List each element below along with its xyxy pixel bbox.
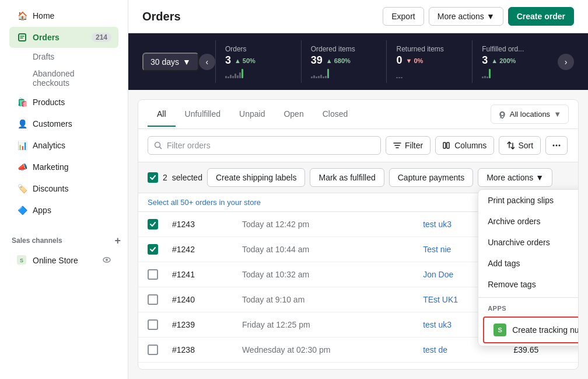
order-id[interactable]: #1237 — [163, 363, 233, 370]
svg-rect-0 — [19, 34, 26, 41]
order-date: Today at 9:10 am — [233, 287, 414, 312]
create-order-button[interactable]: Create order — [508, 7, 574, 26]
more-options-button[interactable] — [545, 136, 568, 155]
svg-point-12 — [559, 145, 561, 147]
orders-icon — [16, 32, 28, 43]
row-checkbox[interactable] — [148, 269, 158, 280]
sidebar-item-products[interactable]: 🛍️ Products — [9, 92, 118, 113]
stats-card-ordered-items: Ordered items 39 ▲ 680% — [301, 40, 387, 83]
sidebar-item-home[interactable]: 🏠 Home — [9, 5, 118, 26]
order-id[interactable]: #1238 — [163, 338, 233, 363]
dropdown-item-add-tags[interactable]: Add tags — [478, 253, 579, 274]
orders-badge: 214 — [92, 33, 111, 42]
tab-all[interactable]: All — [148, 102, 176, 127]
sidebar-item-abandoned[interactable]: Abandoned checkouts — [9, 65, 118, 91]
svg-rect-8 — [443, 142, 446, 148]
export-button[interactable]: Export — [383, 7, 424, 26]
add-sales-channel-button[interactable]: + — [114, 235, 121, 246]
app-icon: S — [494, 324, 506, 336]
svg-point-4 — [106, 259, 108, 261]
page-header: Orders Export More actions ▼ Create orde… — [128, 0, 588, 33]
ellipsis-icon — [552, 141, 561, 150]
stats-card-orders: Orders 3 ▲ 50% — [215, 40, 301, 83]
content-area: All Unfulfilled Unpaid Open Closed All l… — [128, 90, 588, 379]
svg-line-7 — [160, 147, 162, 149]
row-checkbox[interactable] — [148, 244, 158, 255]
search-input[interactable] — [167, 141, 374, 150]
stats-prev-button[interactable]: ‹ — [199, 54, 215, 70]
sidebar-item-orders[interactable]: Orders 214 — [9, 27, 118, 48]
order-date: Wednesday at 02:30 pm — [233, 338, 414, 363]
stats-next-button[interactable]: › — [558, 54, 574, 70]
mini-chart-returned — [396, 69, 463, 78]
location-icon — [498, 110, 506, 119]
location-filter-button[interactable]: All locations ▼ — [491, 105, 569, 124]
row-checkbox[interactable] — [148, 345, 158, 355]
sidebar-item-discounts[interactable]: 🏷️ Discounts — [9, 178, 118, 199]
header-actions: Export More actions ▼ Create order — [383, 7, 574, 26]
mark-as-fulfilled-button[interactable]: Mark as fulfilled — [310, 168, 384, 187]
mini-chart-items — [311, 69, 377, 78]
order-customer[interactable]: TEst UK1 — [414, 363, 504, 370]
select-all-checkbox[interactable] — [148, 172, 158, 183]
products-icon: 🛍️ — [16, 96, 28, 108]
order-id[interactable]: #1242 — [163, 237, 233, 262]
selected-count: 2 — [163, 173, 167, 182]
search-box[interactable] — [148, 136, 381, 155]
columns-icon — [443, 141, 451, 149]
main-content: Orders Export More actions ▼ Create orde… — [128, 0, 588, 379]
order-id[interactable]: #1240 — [163, 287, 233, 312]
svg-point-10 — [553, 145, 555, 147]
dropdown-item-unarchive[interactable]: Unarchive orders — [478, 232, 579, 253]
order-id[interactable]: #1243 — [163, 212, 233, 237]
apps-section-label: APPS — [478, 300, 579, 314]
create-shipping-labels-button[interactable]: Create shipping labels — [207, 168, 306, 187]
sidebar-item-analytics[interactable]: 📊 Analytics — [9, 135, 118, 156]
tab-open[interactable]: Open — [274, 102, 313, 127]
discounts-icon: 🏷️ — [16, 183, 28, 194]
chevron-down-icon: ▼ — [487, 12, 495, 21]
chevron-down-icon: ▼ — [536, 173, 544, 182]
order-id[interactable]: #1241 — [163, 262, 233, 287]
tab-unfulfilled[interactable]: Unfulfilled — [176, 102, 230, 127]
capture-payments-button[interactable]: Capture payments — [389, 168, 473, 187]
more-actions-header-button[interactable]: More actions ▼ — [429, 7, 503, 26]
row-checkbox[interactable] — [148, 294, 158, 305]
svg-point-6 — [155, 142, 160, 148]
sidebar-item-customers[interactable]: 👤 Customers — [9, 113, 118, 134]
columns-button[interactable]: Columns — [435, 136, 494, 155]
more-actions-button[interactable]: More actions ▼ — [478, 168, 552, 187]
mini-chart-orders — [225, 69, 292, 78]
row-checkbox[interactable] — [148, 319, 158, 330]
select-all-link[interactable]: Select all 50+ orders in your store — [148, 198, 261, 207]
sidebar-item-online-store[interactable]: S Online Store — [9, 251, 118, 270]
chevron-down-icon: ▼ — [183, 57, 191, 67]
svg-text:S: S — [20, 258, 23, 263]
sidebar-item-apps[interactable]: 🔷 Apps — [9, 200, 118, 221]
more-actions-dropdown: Print packing slips Archive orders Unarc… — [478, 189, 579, 346]
selection-bar: 2 selected Create shipping labels Mark a… — [138, 162, 578, 193]
filter-button[interactable]: Filter — [386, 136, 430, 155]
dropdown-item-remove-tags[interactable]: Remove tags — [478, 274, 579, 295]
svg-rect-9 — [447, 142, 449, 148]
mini-chart-fulfilled — [482, 69, 548, 78]
order-date: Today at 10:44 am — [233, 237, 414, 262]
dropdown-item-create-tracking[interactable]: S Create tracking numbers — [483, 317, 579, 343]
eye-icon[interactable] — [102, 255, 111, 266]
sidebar-item-marketing[interactable]: 📣 Marketing — [9, 157, 118, 178]
selected-label: selected — [172, 173, 202, 182]
sort-button[interactable]: Sort — [499, 136, 541, 155]
period-selector[interactable]: 30 days ▼ — [142, 53, 199, 71]
online-store-icon: S — [16, 255, 28, 266]
table-row[interactable]: #1237 Wednesday at 11:17 am TEst UK1 £33… — [138, 363, 578, 370]
marketing-icon: 📣 — [16, 161, 28, 173]
tab-unpaid[interactable]: Unpaid — [230, 102, 274, 127]
order-date: Today at 10:32 am — [233, 262, 414, 287]
row-checkbox[interactable] — [148, 219, 158, 230]
dropdown-item-archive[interactable]: Archive orders — [478, 211, 579, 232]
customers-icon: 👤 — [16, 118, 28, 130]
dropdown-item-print-slips[interactable]: Print packing slips — [478, 190, 579, 211]
sidebar-item-drafts[interactable]: Drafts — [9, 48, 118, 65]
tab-closed[interactable]: Closed — [313, 102, 358, 127]
order-id[interactable]: #1239 — [163, 312, 233, 338]
